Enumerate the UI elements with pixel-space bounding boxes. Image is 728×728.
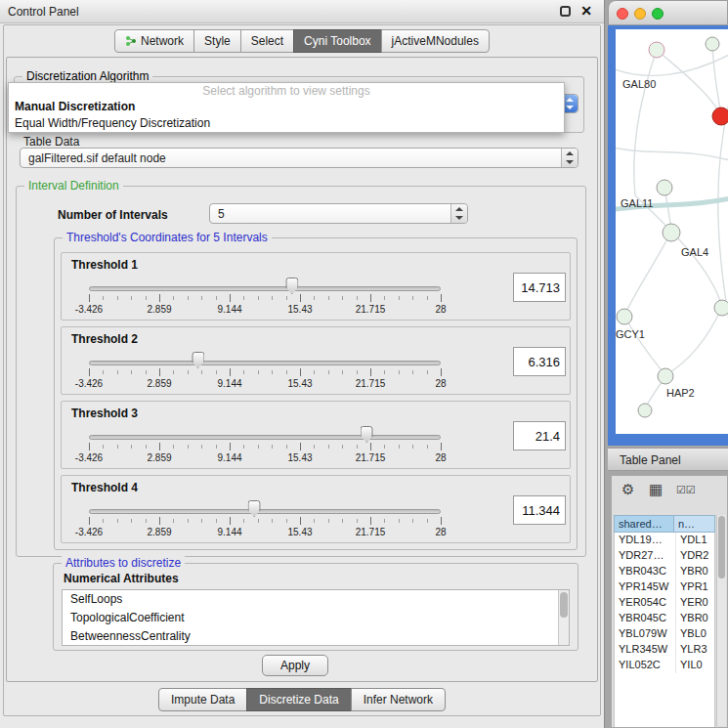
slider-thumb[interactable] (192, 352, 204, 368)
threshold-value-field[interactable]: 14.713 (513, 273, 566, 302)
numerical-attributes-list[interactable]: SelfLoopsTopologicalCoefficientBetweenne… (62, 589, 570, 646)
columns-icon[interactable]: ▦ (649, 481, 663, 498)
table-row[interactable]: YDL19…YDL1 (615, 533, 714, 548)
table-cell[interactable]: YER054C (615, 595, 675, 611)
network-node[interactable] (712, 107, 728, 125)
table-row[interactable]: YBL079WYBL0 (615, 626, 714, 642)
scale-label: 21.715 (356, 378, 386, 389)
slider-scale-labels: -3.4262.8599.14415.4321.71528 (89, 452, 441, 464)
table-cell[interactable]: YBL0 (675, 626, 714, 642)
network-window-titlebar[interactable] (608, 0, 728, 25)
tab-infer-network[interactable]: Infer Network (351, 688, 446, 711)
table-cell[interactable]: YPR145W (615, 579, 675, 595)
network-node[interactable] (617, 309, 632, 324)
network-node[interactable] (658, 368, 673, 384)
table-row[interactable]: YIL052CYIL0 (615, 658, 714, 673)
table-cell[interactable]: YBR045C (615, 611, 675, 626)
tab-discretize-data[interactable]: Discretize Data (246, 688, 351, 711)
table-data-combobox[interactable]: galFiltered.sif default node (20, 148, 578, 168)
table-cell[interactable]: YDL19… (615, 533, 675, 548)
scale-label: 9.144 (217, 304, 241, 315)
tab-jactivemnodules[interactable]: jActiveMNodules (381, 29, 490, 53)
tab-network[interactable]: Network (114, 29, 194, 53)
network-edge (624, 232, 671, 316)
float-window-icon[interactable] (560, 6, 571, 17)
slider-track[interactable] (89, 509, 441, 514)
combo-stepper-icon[interactable] (450, 204, 467, 223)
table-cell[interactable]: YBR0 (675, 564, 714, 579)
major-tick (159, 517, 160, 525)
column-header-name[interactable]: n… (674, 515, 715, 533)
table-row[interactable]: YBR043CYBR0 (615, 564, 714, 579)
bottom-tabbar: Impute Data Discretize Data Infer Networ… (0, 688, 605, 711)
network-node[interactable] (714, 300, 728, 316)
scale-label: 21.715 (356, 452, 386, 463)
dropdown-option-manual[interactable]: Manual Discretization (9, 99, 564, 115)
threshold-value-field[interactable]: 21.4 (513, 421, 566, 450)
table-cell[interactable]: YDR27… (615, 548, 675, 564)
select-rows-icon[interactable]: ☑☑ (676, 484, 696, 496)
table-scrollbar[interactable] (716, 515, 726, 726)
slider-thumb[interactable] (248, 500, 261, 517)
slider-thumb[interactable] (285, 278, 298, 294)
zoom-traffic-light-icon[interactable] (652, 8, 664, 20)
close-traffic-light-icon[interactable] (617, 8, 628, 20)
table-cell[interactable]: YIL052C (615, 658, 675, 673)
network-node[interactable] (649, 42, 664, 58)
tab-label: Select (251, 34, 283, 48)
combo-stepper-icon[interactable] (561, 149, 578, 167)
network-canvas[interactable]: GAL80GAL11GAL4GCY1HAP2 (616, 29, 728, 434)
threshold-3-slider[interactable]: -3.4262.8599.14415.4321.71528 (89, 406, 441, 468)
threshold-value-field[interactable]: 11.344 (513, 495, 566, 525)
network-node[interactable] (663, 224, 680, 241)
table-row[interactable]: YBR045CYBR0 (615, 611, 714, 626)
table-cell[interactable]: YDR2 (675, 548, 714, 564)
control-panel-titlebar: Control Panel ✕ (0, 0, 604, 23)
list-item[interactable]: SelfLoops (63, 590, 569, 609)
table-cell[interactable]: YBR043C (615, 564, 675, 579)
tab-style[interactable]: Style (193, 29, 241, 53)
slider-thumb[interactable] (361, 426, 373, 443)
threshold-value-field[interactable]: 6.316 (513, 347, 566, 376)
scrollbar-thumb[interactable] (718, 516, 725, 578)
slider-track[interactable] (89, 361, 441, 365)
table-cell[interactable]: YER0 (675, 595, 714, 611)
threshold-4-slider[interactable]: -3.4262.8599.14415.4321.71528 (89, 480, 441, 542)
table-cell[interactable]: YBR0 (675, 611, 714, 626)
tab-cyni-toolbox[interactable]: Cyni Toolbox (293, 29, 381, 53)
slider-track[interactable] (89, 286, 441, 291)
table-cell[interactable]: YDL1 (675, 533, 714, 548)
table-row[interactable]: YER054CYER0 (615, 595, 714, 611)
dropdown-option-equal-width[interactable]: Equal Width/Frequency Discretization (9, 115, 564, 132)
threshold-2-slider[interactable]: -3.4262.8599.14415.4321.71528 (89, 331, 441, 394)
network-node[interactable] (657, 180, 672, 195)
table-cell[interactable]: YLR345W (615, 642, 675, 658)
slider-track[interactable] (89, 435, 441, 440)
table-panel-header[interactable]: Table Panel (608, 448, 728, 471)
minimize-traffic-light-icon[interactable] (634, 8, 646, 20)
network-node[interactable] (706, 37, 719, 51)
tab-impute-data[interactable]: Impute Data (158, 688, 247, 711)
scale-label: 15.43 (287, 452, 312, 463)
apply-button[interactable]: Apply (262, 655, 328, 676)
threshold-1-slider[interactable]: -3.4262.8599.14415.4321.71528 (89, 257, 441, 320)
network-node[interactable] (638, 404, 652, 417)
list-item[interactable]: BetweennessCentrality (63, 627, 569, 646)
table-cell[interactable]: YIL0 (675, 658, 714, 673)
scale-label: 28 (435, 452, 446, 463)
table-row[interactable]: YPR145WYPR1 (615, 579, 714, 595)
gear-icon[interactable]: ⚙ (621, 481, 634, 498)
column-header-shared-name[interactable]: shared… (614, 515, 674, 533)
table-row[interactable]: YLR345WYLR3 (615, 642, 714, 658)
table-cell[interactable]: YPR1 (675, 579, 714, 595)
attributes-scrollbar[interactable] (558, 590, 569, 645)
table-row[interactable]: YDR27…YDR2 (615, 548, 714, 564)
node-table-body[interactable]: YDL19…YDL1YDR27…YDR2YBR043CYBR0YPR145WYP… (614, 533, 715, 727)
list-item[interactable]: TopologicalCoefficient (63, 609, 569, 627)
table-cell[interactable]: YLR3 (675, 642, 714, 658)
table-cell[interactable]: YBL079W (615, 626, 675, 642)
scrollbar-thumb[interactable] (560, 592, 568, 618)
number-of-intervals-combobox[interactable]: 5 (209, 203, 468, 224)
close-icon[interactable]: ✕ (580, 3, 592, 19)
tab-select[interactable]: Select (240, 29, 294, 53)
